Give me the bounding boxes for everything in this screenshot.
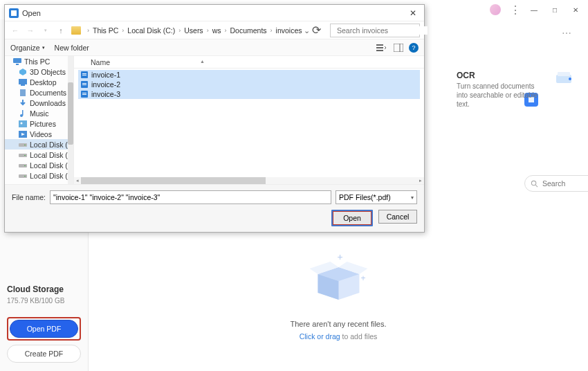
open-pdf-button[interactable]: Open PDF — [10, 320, 78, 338]
pics-icon — [19, 120, 27, 127]
pc-icon — [13, 58, 21, 65]
svg-rect-23 — [376, 44, 383, 46]
scanner-icon — [555, 71, 574, 86]
svg-rect-45 — [24, 176, 26, 177]
file-type-filter[interactable]: PDF Files(*.pdf)▾ — [336, 190, 417, 204]
nav-up-icon[interactable]: ↑ — [55, 24, 67, 37]
tree-scrollbar[interactable] — [68, 56, 73, 184]
svg-point-4 — [531, 181, 535, 185]
svg-rect-2 — [558, 72, 570, 76]
svg-point-36 — [21, 122, 23, 124]
dialog-footer: File name: PDF Files(*.pdf)▾ Open Cancel — [5, 184, 424, 232]
empty-state-link[interactable]: Click or drag to add files — [290, 332, 386, 341]
tree-item[interactable]: 3D Objects — [5, 66, 73, 77]
tree-item[interactable]: Pictures — [5, 118, 73, 129]
close-button[interactable]: ✕ — [566, 2, 585, 17]
file-row[interactable]: invoice-1 — [78, 70, 420, 80]
file-list-pane: Name ▲ invoice-1invoice-2invoice-3 ◂ ▸ — [74, 56, 424, 184]
svg-rect-35 — [19, 120, 27, 127]
maximize-button[interactable]: □ — [545, 2, 564, 17]
pdf-file-icon — [81, 91, 88, 98]
tree-item[interactable]: Local Disk (E:) — [5, 160, 73, 170]
dialog-content: This PC3D ObjectsDesktopDocumentsDownloa… — [5, 56, 424, 184]
nav-recent-icon[interactable]: ▾ — [39, 24, 52, 37]
svg-rect-38 — [19, 143, 27, 147]
search-box[interactable] — [524, 175, 588, 192]
svg-rect-39 — [24, 145, 26, 145]
open-button-highlight: Open — [331, 210, 373, 226]
dialog-search-box[interactable] — [330, 24, 420, 37]
tree-item[interactable]: Music — [5, 108, 73, 118]
nav-forward-icon[interactable]: → — [24, 24, 37, 37]
tree-item[interactable]: Local Disk (C:) — [5, 139, 73, 150]
svg-rect-43 — [24, 165, 26, 166]
svg-rect-44 — [19, 174, 27, 178]
tree-item[interactable]: Local Disk (F:) — [5, 170, 73, 181]
svg-rect-41 — [24, 155, 26, 156]
column-header[interactable]: Name ▲ — [74, 56, 424, 69]
minimize-button[interactable]: — — [524, 2, 544, 17]
user-avatar[interactable] — [490, 4, 501, 15]
folder-tree[interactable]: This PC3D ObjectsDesktopDocumentsDownloa… — [5, 56, 74, 184]
disk-icon — [19, 172, 27, 179]
help-icon[interactable]: ? — [409, 43, 419, 53]
breadcrumb-dropdown-icon[interactable]: ⌄ — [304, 26, 309, 35]
pdf-file-icon — [81, 81, 88, 88]
dialog-close-button[interactable]: ✕ — [406, 7, 420, 19]
file-open-dialog: Open ✕ ← → ▾ ↑ › This PC› Local Disk (C:… — [4, 4, 425, 233]
tree-item[interactable]: Documents — [5, 87, 73, 98]
file-row[interactable]: invoice-3 — [78, 89, 420, 99]
dialog-search-input[interactable] — [337, 26, 428, 35]
tree-item[interactable]: Desktop — [5, 77, 73, 87]
svg-rect-32 — [20, 89, 26, 96]
create-pdf-button[interactable]: Create PDF — [7, 345, 81, 363]
new-folder-button[interactable]: New folder — [55, 44, 89, 52]
nav-refresh-icon[interactable]: ⟳ — [312, 24, 324, 37]
empty-state-text: There aren't any recent files. — [290, 320, 386, 328]
tree-item[interactable]: Local Disk (D:) — [5, 150, 73, 160]
empty-state: + + There aren't any recent files. Click… — [290, 255, 386, 341]
breadcrumb[interactable]: › This PC› Local Disk (C:)› Users› ws› D… — [85, 26, 309, 35]
organize-menu[interactable]: Organize▾ — [10, 44, 45, 52]
view-mode-icon[interactable] — [376, 42, 388, 53]
file-toolbar — [524, 174, 574, 192]
disk-icon — [19, 141, 27, 148]
dialog-titlebar: Open ✕ — [5, 5, 424, 21]
cloud-storage-title: Cloud Storage — [7, 284, 81, 294]
tree-item[interactable]: Videos — [5, 129, 73, 139]
filename-label: File name: — [12, 193, 46, 201]
svg-line-5 — [535, 185, 538, 187]
ocr-card[interactable]: OCR Turn scanned documents into searchab… — [457, 71, 574, 109]
more-actions-icon[interactable]: ⋯ — [562, 28, 573, 39]
svg-rect-42 — [19, 164, 27, 168]
folder-icon — [71, 26, 81, 35]
empty-box-icon: + + — [304, 255, 373, 303]
cancel-button[interactable]: Cancel — [378, 210, 417, 224]
tree-item[interactable]: This PC — [5, 56, 73, 66]
desktop-icon — [19, 79, 27, 86]
search-input[interactable] — [542, 179, 588, 188]
filename-input[interactable] — [50, 190, 331, 204]
dialog-nav-bar: ← → ▾ ↑ › This PC› Local Disk (C:)› User… — [5, 21, 424, 39]
svg-rect-30 — [19, 79, 27, 84]
tree-item[interactable]: Downloads — [5, 98, 73, 108]
preview-pane-icon[interactable] — [392, 42, 405, 53]
search-icon — [531, 180, 538, 188]
horizontal-scrollbar[interactable]: ◂ ▸ — [74, 177, 424, 184]
svg-rect-28 — [13, 58, 21, 63]
nav-back-icon[interactable]: ← — [9, 24, 21, 37]
disk-icon — [19, 152, 27, 159]
svg-text:+: + — [337, 255, 342, 262]
open-button[interactable]: Open — [333, 211, 371, 225]
svg-rect-29 — [16, 64, 19, 65]
ocr-description: Turn scanned documents into searchable o… — [457, 82, 546, 109]
app-icon — [9, 8, 19, 18]
down-icon — [19, 100, 27, 107]
3d-icon — [19, 69, 27, 75]
svg-rect-40 — [19, 154, 27, 157]
kebab-menu-icon[interactable]: ⋮ — [508, 2, 523, 17]
docs-icon — [19, 89, 27, 96]
svg-rect-34 — [22, 110, 24, 116]
file-row[interactable]: invoice-2 — [78, 80, 420, 89]
file-list[interactable]: invoice-1invoice-2invoice-3 — [74, 69, 424, 177]
